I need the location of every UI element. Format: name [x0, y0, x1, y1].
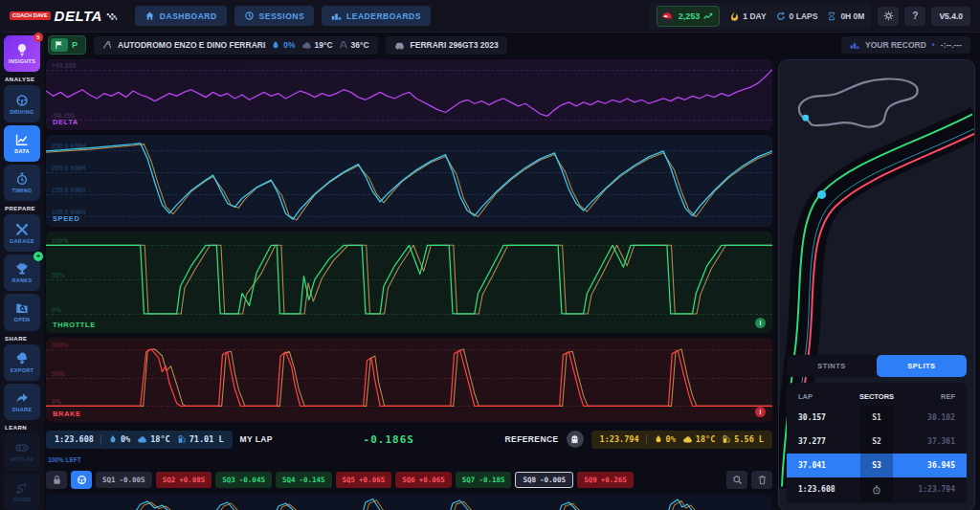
laps-value: 0 LAPS: [790, 11, 818, 21]
sidebar-item-insights[interactable]: 5 INSIGHTS: [4, 35, 40, 72]
ref-lap-time: 1:23.794: [600, 434, 639, 444]
delta-chart[interactable]: +00.200 -00.200 DELTA: [46, 59, 772, 130]
brake-chart[interactable]: 100% 50% 0% BRAKE i: [46, 338, 772, 422]
sector-chip-sq9[interactable]: SQ9+0.26S: [577, 472, 634, 488]
cloud-icon: [137, 434, 147, 445]
track-temp-icon: [339, 40, 348, 50]
sector-chip-sq7[interactable]: SQ7-0.18S: [456, 472, 512, 488]
sidebar-label: GARAGE: [10, 238, 34, 244]
track-temp-value: 36°C: [351, 40, 369, 50]
your-record-value: -:--.---: [941, 40, 962, 50]
sidebar-item-driving[interactable]: DRIVING: [4, 85, 40, 122]
track-conditions-pill[interactable]: AUTODROMO ENZO E DINO FERRARI 0% 19°C 36…: [94, 36, 378, 55]
credits-value: 2,253: [679, 11, 701, 21]
section-analyse: ANALYSE: [0, 77, 35, 82]
your-record-pill[interactable]: YOUR RECORD • -:--.---: [841, 36, 970, 54]
sector-chip-sq2[interactable]: SQ2+0.08S: [156, 472, 212, 488]
history-icon: [244, 11, 255, 21]
rain-icon: [271, 40, 280, 50]
throttle-chart[interactable]: 100% 50% 0% THROTTLE i: [46, 232, 772, 333]
sector-chip-sq8[interactable]: SQ8-0.00S: [515, 472, 573, 488]
sidebar-item-hotlap[interactable]: HOTLAP: [4, 433, 40, 470]
session-type-badge[interactable]: P: [48, 35, 86, 55]
throttle-info-button[interactable]: i: [755, 318, 766, 328]
section-share: SHARE: [0, 336, 28, 342]
rain-icon: [654, 434, 663, 444]
insights-badge: 5: [33, 33, 43, 42]
nav-dashboard[interactable]: DASHBOARD: [135, 6, 227, 26]
credits-pill[interactable]: 2,253: [657, 6, 721, 27]
sector-chip-sq5[interactable]: SQ5+0.06S: [336, 472, 392, 488]
your-record-label: YOUR RECORD: [865, 40, 926, 50]
sidebar-item-guide[interactable]: GUIDE: [4, 474, 40, 510]
lap-overview-strip[interactable]: [46, 495, 772, 510]
top-bar: COACH DAVE DELTA DASHBOARD SESSIONS LEAD…: [0, 0, 980, 33]
rain-icon: [108, 434, 118, 444]
tab-stints[interactable]: STINTS: [787, 355, 877, 377]
sidebar-label: INSIGHTS: [9, 58, 35, 64]
settings-button[interactable]: [878, 7, 899, 26]
checkered-flag-icon: [106, 11, 118, 22]
sidebar-label: OPEN: [14, 317, 31, 322]
ref-lap-temp: 18°C: [696, 434, 715, 444]
delete-button[interactable]: [751, 471, 772, 489]
car-pill[interactable]: FERRARI 296GT3 2023: [386, 36, 507, 55]
lock-button[interactable]: [46, 471, 67, 489]
sidebar-item-open[interactable]: OPEN: [4, 294, 40, 330]
sidebar-label: GUIDE: [13, 497, 32, 502]
sector-chip-sq3[interactable]: SQ3-0.04S: [215, 472, 272, 488]
hourglass-icon: [827, 11, 836, 21]
track-map-panel[interactable]: STINTS SPLITS LAP SECTORS REF 30.157: [778, 59, 975, 510]
sidebar-label: RANKS: [11, 277, 32, 283]
tab-splits[interactable]: SPLITS: [877, 355, 967, 377]
flame-icon: [729, 11, 739, 21]
nav-sessions[interactable]: SESSIONS: [234, 6, 314, 26]
sector-chip-sq6[interactable]: SQ6+0.06S: [395, 472, 452, 488]
sector-chip-sq4[interactable]: SQ4-0.14S: [276, 472, 332, 488]
brake-info-button[interactable]: i: [755, 407, 766, 417]
record-separator: •: [932, 40, 935, 50]
split-row-s2[interactable]: 37.277 S2 37.361: [787, 430, 967, 454]
split-row-total[interactable]: 1:23.608 1:23.794: [787, 477, 967, 501]
sidebar-item-garage[interactable]: GARAGE: [4, 214, 40, 251]
fuel-icon: [722, 434, 731, 444]
cloud-icon: [682, 434, 693, 445]
sidebar-item-ranks[interactable]: + RANKS: [4, 255, 40, 291]
ref-lap-rain: 0%: [666, 434, 676, 444]
version-button[interactable]: V5.4.0: [931, 7, 970, 26]
delta-series: [46, 59, 772, 130]
sidebar-item-data[interactable]: DATA: [4, 125, 40, 162]
split-row-s3[interactable]: 37.041 S3 36.945: [787, 454, 967, 477]
split-row-s1[interactable]: 30.157 S1 30.102: [787, 406, 967, 430]
magnifier-icon: [732, 475, 743, 485]
reference-lap-pill: 1:23.794 0% 18°C 5.56 L: [591, 431, 772, 449]
speed-series: [46, 135, 772, 227]
speed-chart[interactable]: 250.0 KMH 200.0 KMH 150.0 KMH 100.0 KMH …: [46, 135, 772, 227]
stopwatch-icon: [15, 172, 29, 186]
lap-info-bar: 1:23.608 0% 18°C 71.01 L MY LAP -0.186S …: [46, 427, 772, 452]
reference-ghost-avatar[interactable]: [567, 431, 584, 448]
sidebar-item-share[interactable]: SHARE: [4, 384, 40, 420]
nav-leaderboards[interactable]: LEADERBOARDS: [322, 6, 431, 26]
sidebar-item-export[interactable]: EXPORT: [4, 344, 40, 381]
app-logo[interactable]: COACH DAVE DELTA: [10, 8, 118, 24]
sidebar-label: DRIVING: [10, 109, 33, 115]
my-lap-pill: 1:23.608 0% 18°C 71.01 L: [46, 431, 233, 449]
help-button[interactable]: ?: [904, 7, 925, 26]
ranks-plus-badge: +: [33, 252, 43, 261]
brake-label: BRAKE: [53, 410, 81, 418]
ref-lap-fuel: 5.56 L: [734, 434, 764, 444]
sidebar-label: EXPORT: [11, 367, 33, 373]
speed-label: SPEED: [53, 214, 79, 223]
reference-label: REFERENCE: [505, 434, 559, 444]
cloud-icon: [301, 40, 312, 51]
sector-chip-sq1[interactable]: SQ1-0.00S: [96, 472, 152, 488]
steering-wheel-icon: [15, 94, 29, 107]
sidebar-item-timing[interactable]: TIMING: [4, 165, 40, 201]
session-flag-icon: [55, 40, 64, 50]
refresh-icon: [776, 11, 786, 21]
zoom-button[interactable]: [726, 471, 747, 489]
driving-view-button[interactable]: [71, 471, 92, 489]
session-bar: P AUTODROMO ENZO E DINO FERRARI 0% 19°C …: [44, 33, 980, 57]
folder-search-icon: [15, 301, 29, 315]
